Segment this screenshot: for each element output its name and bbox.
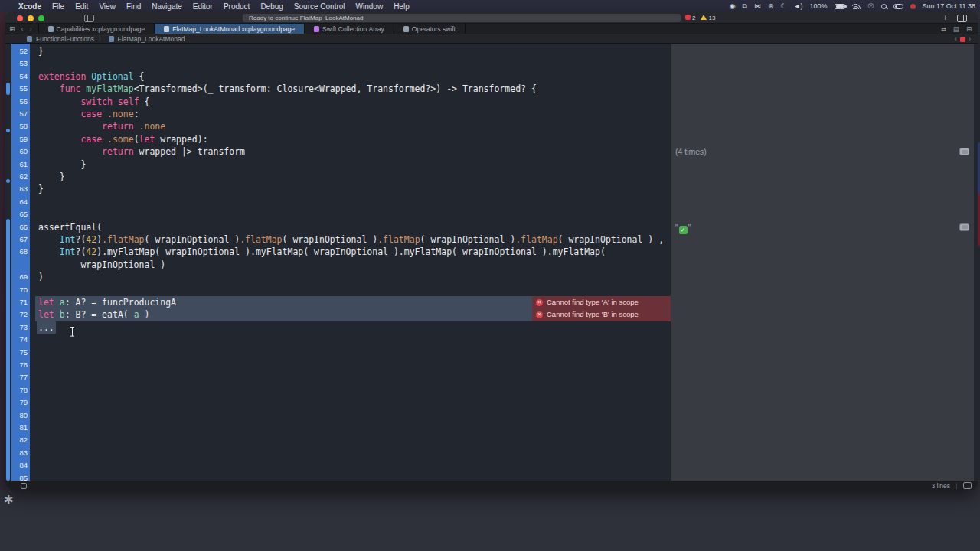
menu-item-edit[interactable]: Edit bbox=[75, 2, 88, 11]
add-editor-icon[interactable] bbox=[957, 15, 967, 22]
error-badge[interactable]: 2 bbox=[685, 15, 695, 21]
code-line[interactable]: } bbox=[35, 158, 671, 171]
line-number[interactable]: 66 bbox=[11, 221, 28, 233]
line-number[interactable]: 75 bbox=[11, 347, 28, 359]
breakpoint-filter-icon[interactable] bbox=[21, 483, 27, 489]
code-line[interactable] bbox=[35, 359, 671, 371]
next-issue-icon[interactable]: › bbox=[969, 35, 971, 43]
line-number[interactable]: 58 bbox=[11, 120, 28, 132]
do-not-disturb-moon-icon[interactable]: ☾ bbox=[781, 0, 787, 12]
library-plus-icon[interactable]: + bbox=[943, 14, 948, 22]
code-line[interactable]: switch self { bbox=[35, 96, 671, 108]
source-control-change-marker[interactable] bbox=[6, 129, 10, 132]
close-window-button[interactable] bbox=[17, 15, 23, 21]
line-number[interactable]: 85 bbox=[11, 472, 28, 481]
line-number[interactable]: 54 bbox=[11, 70, 28, 83]
show-result-viewer-button[interactable] bbox=[959, 148, 969, 155]
line-number[interactable]: 73 bbox=[11, 321, 28, 334]
line-number[interactable]: 72 bbox=[11, 308, 28, 321]
breadcrumb-file[interactable]: FlatMap_LookAtMonad bbox=[118, 35, 185, 43]
source-control-change-marker[interactable] bbox=[6, 83, 10, 95]
tab-capabilities-xcplaygroundpage[interactable]: Capabilities.xcplaygroundpage bbox=[38, 24, 155, 34]
code-line[interactable]: let b: B? = eatA( a )✕Cannot find type '… bbox=[35, 308, 671, 321]
menu-item-navigate[interactable]: Navigate bbox=[152, 2, 181, 11]
code-line[interactable] bbox=[35, 284, 671, 296]
line-number[interactable]: 52 bbox=[11, 45, 28, 57]
menu-item-product[interactable]: Product bbox=[224, 2, 250, 11]
line-number[interactable]: 55 bbox=[11, 83, 28, 95]
code-line[interactable]: ... bbox=[35, 321, 671, 334]
breadcrumb-project[interactable]: FunctionalFunctions bbox=[36, 35, 94, 43]
zoom-window-button[interactable] bbox=[38, 15, 44, 21]
menu-item-source-control[interactable]: Source Control bbox=[294, 2, 345, 11]
menu-item-file[interactable]: File bbox=[52, 2, 64, 11]
split-editor-icon[interactable]: ⊞ bbox=[966, 25, 972, 33]
code-line[interactable]: case .some(let wrapped): bbox=[35, 133, 671, 145]
line-number[interactable]: 77 bbox=[11, 371, 28, 383]
warning-badge[interactable]: 13 bbox=[701, 15, 715, 21]
editor-arrows-icon[interactable]: ⇄ bbox=[941, 25, 946, 33]
line-number[interactable]: 71 bbox=[11, 296, 28, 308]
code-line[interactable] bbox=[35, 422, 671, 434]
code-line[interactable]: extension Optional { bbox=[35, 70, 671, 83]
line-number[interactable]: 56 bbox=[11, 96, 28, 108]
code-line[interactable]: case .none: bbox=[35, 108, 671, 120]
menu-item-editor[interactable]: Editor bbox=[193, 2, 213, 11]
asterisk-circle-icon[interactable]: ⊛ bbox=[768, 0, 774, 12]
code-line[interactable]: Int?(42).myFlatMap( wrapInOptional ).myF… bbox=[35, 246, 671, 258]
notification-app-icon[interactable] bbox=[910, 4, 916, 9]
editor-list-icon[interactable]: ▤ bbox=[953, 25, 959, 33]
code-line[interactable] bbox=[35, 347, 671, 359]
tab-flatmap-lookatmonad-xcplaygroundpage[interactable]: FlatMap_LookAtMonad.xcplaygroundpage bbox=[154, 24, 304, 34]
navigate-back-icon[interactable]: ‹ bbox=[21, 25, 24, 33]
code-line[interactable]: let a: A? = funcProducingA✕Cannot find t… bbox=[35, 296, 671, 308]
line-number[interactable]: 64 bbox=[11, 196, 28, 208]
wifi-icon[interactable] bbox=[852, 3, 861, 9]
code-line[interactable] bbox=[35, 434, 671, 446]
line-number[interactable]: 53 bbox=[11, 57, 28, 70]
code-line[interactable] bbox=[35, 57, 671, 70]
code-line[interactable] bbox=[35, 447, 671, 459]
tab-swift-collection-array[interactable]: Swift.Collection.Array bbox=[304, 24, 394, 34]
code-line[interactable] bbox=[35, 384, 671, 396]
inline-error-banner[interactable]: ✕Cannot find type 'B' in scope bbox=[532, 308, 671, 321]
minimize-window-button[interactable] bbox=[28, 15, 34, 21]
line-number[interactable]: 84 bbox=[11, 459, 28, 471]
line-number[interactable]: 62 bbox=[11, 171, 28, 183]
line-number[interactable]: 78 bbox=[11, 384, 28, 396]
code-line[interactable]: } bbox=[35, 183, 671, 195]
code-line[interactable]: } bbox=[35, 171, 671, 183]
tab-operators-swift[interactable]: Operators.swift bbox=[394, 24, 466, 34]
menu-item-xcode[interactable]: Xcode bbox=[18, 2, 41, 11]
code-line[interactable] bbox=[35, 208, 671, 220]
code-line[interactable] bbox=[35, 472, 671, 481]
line-number[interactable]: 65 bbox=[11, 208, 28, 220]
toggle-navigator-icon[interactable] bbox=[84, 15, 94, 22]
line-number[interactable]: 67 bbox=[11, 233, 28, 246]
issue-badges[interactable]: 2 13 bbox=[685, 15, 715, 21]
code-line[interactable] bbox=[35, 334, 671, 346]
line-number[interactable]: 81 bbox=[11, 422, 28, 434]
line-number[interactable]: 61 bbox=[11, 158, 28, 171]
source-editor[interactable]: 5253545556575859606162636465666768697071… bbox=[5, 44, 978, 481]
screen-record-icon[interactable]: ◉ bbox=[730, 0, 736, 12]
code-line[interactable]: Int?(42).flatMap( wrapInOptional ).flatM… bbox=[35, 233, 671, 246]
code-line[interactable]: func myFlatMap<Transformed>(_ transform:… bbox=[35, 83, 671, 95]
code-line[interactable]: return .none bbox=[35, 120, 671, 132]
menu-item-debug[interactable]: Debug bbox=[260, 2, 283, 11]
code-line[interactable]: } bbox=[35, 45, 671, 57]
line-number[interactable]: 79 bbox=[11, 396, 28, 409]
previous-issue-icon[interactable]: ‹ bbox=[955, 35, 957, 43]
line-number[interactable]: 83 bbox=[11, 447, 28, 459]
code-line[interactable]: assertEqual( bbox=[35, 221, 671, 233]
line-number[interactable]: 70 bbox=[11, 284, 28, 296]
line-number[interactable]: 80 bbox=[11, 409, 28, 422]
spotlight-search-icon[interactable] bbox=[881, 4, 887, 9]
account-icon[interactable]: ☉ bbox=[868, 0, 874, 12]
line-number[interactable]: 63 bbox=[11, 183, 28, 195]
code-line[interactable] bbox=[35, 396, 671, 409]
line-number[interactable]: 82 bbox=[11, 434, 28, 446]
line-number[interactable]: 74 bbox=[11, 334, 28, 346]
menu-item-help[interactable]: Help bbox=[394, 2, 410, 11]
code-line[interactable] bbox=[35, 196, 671, 208]
